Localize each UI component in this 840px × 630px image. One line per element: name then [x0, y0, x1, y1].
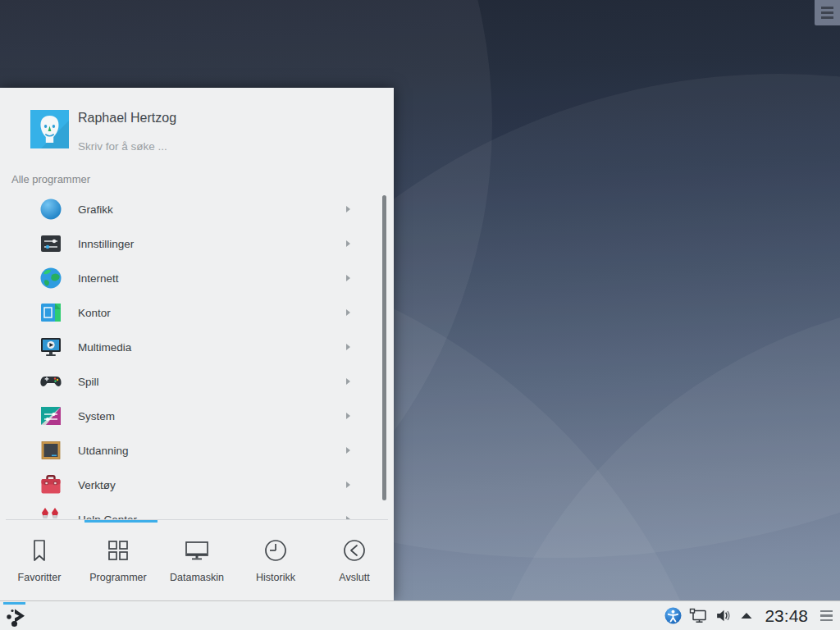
category-system[interactable]: System: [0, 399, 394, 433]
expand-tray-icon[interactable]: [739, 609, 754, 623]
system-tray: 23:48: [664, 606, 840, 626]
search-input[interactable]: [78, 140, 349, 153]
category-multimedia[interactable]: Multimedia: [0, 330, 394, 364]
desktop: Raphael Hertzog Alle programmer Grafikk: [0, 0, 840, 630]
category-innstillinger[interactable]: Innstillinger: [0, 226, 394, 261]
submenu-arrow-icon: [346, 344, 350, 350]
digital-clock[interactable]: 23:48: [765, 606, 808, 626]
kde-launcher-icon: [3, 604, 28, 628]
kickoff-launcher-menu: Raphael Hertzog Alle programmer Grafikk: [0, 88, 394, 600]
taskbar-panel: 23:48: [0, 600, 840, 630]
submenu-arrow-icon: [346, 482, 350, 488]
scrollbar[interactable]: [382, 195, 386, 500]
category-spill[interactable]: Spill: [0, 364, 394, 399]
active-tab-indicator: [84, 520, 158, 523]
wallpaper-arc: [459, 295, 840, 630]
help-category-icon: [39, 507, 63, 519]
accessibility-icon[interactable]: [664, 607, 682, 624]
submenu-arrow-icon: [346, 275, 350, 281]
app-grid-icon: [103, 535, 134, 566]
display-settings-icon[interactable]: [689, 607, 707, 624]
computer-icon: [181, 535, 212, 566]
category-list: Grafikk Innstillinger: [0, 192, 394, 519]
tab-historikk[interactable]: Historikk: [236, 525, 315, 600]
breadcrumb-all-programs: Alle programmer: [11, 173, 90, 185]
hamburger-icon: [821, 7, 833, 9]
kickoff-tab-bar: Favoritter Programmer Datamaskin: [0, 525, 394, 600]
settings-category-icon: [39, 231, 63, 256]
bookmark-icon: [24, 535, 55, 566]
submenu-arrow-icon: [346, 309, 350, 316]
tab-programmer[interactable]: Programmer: [79, 525, 158, 600]
divider: [6, 519, 388, 520]
submenu-arrow-icon: [346, 447, 350, 454]
submenu-arrow-icon: [346, 206, 350, 212]
tab-datamaskin[interactable]: Datamaskin: [158, 525, 236, 600]
overflow-menu-icon[interactable]: [820, 610, 833, 621]
submenu-arrow-icon: [346, 413, 350, 419]
tools-category-icon: [39, 472, 63, 497]
games-category-icon: [39, 369, 63, 394]
submenu-arrow-icon: [346, 240, 350, 247]
volume-icon[interactable]: [714, 607, 732, 624]
office-category-icon: [39, 300, 63, 325]
submenu-arrow-icon: [346, 378, 350, 385]
category-help-center[interactable]: Help Center: [0, 502, 394, 519]
multimedia-category-icon: [39, 335, 63, 359]
user-avatar[interactable]: [30, 110, 69, 148]
category-verktoy[interactable]: Verktøy: [0, 468, 394, 502]
category-utdanning[interactable]: Utdanning: [0, 433, 394, 468]
education-category-icon: [39, 438, 63, 463]
user-name: Raphael Hertzog: [78, 111, 176, 126]
category-grafikk[interactable]: Grafikk: [0, 192, 394, 226]
graphics-category-icon: [39, 197, 63, 221]
application-launcher-button[interactable]: [0, 601, 31, 630]
active-launcher-indicator: [3, 602, 25, 605]
tab-avslutt[interactable]: Avslutt: [315, 525, 394, 600]
desktop-toolbox-button[interactable]: [815, 0, 840, 25]
category-kontor[interactable]: Kontor: [0, 295, 394, 330]
tab-favoritter[interactable]: Favoritter: [0, 525, 79, 600]
system-category-icon: [39, 404, 63, 428]
internet-category-icon: [39, 266, 63, 290]
leave-icon: [339, 535, 370, 566]
category-internett[interactable]: Internett: [0, 261, 394, 295]
history-clock-icon: [260, 535, 291, 566]
